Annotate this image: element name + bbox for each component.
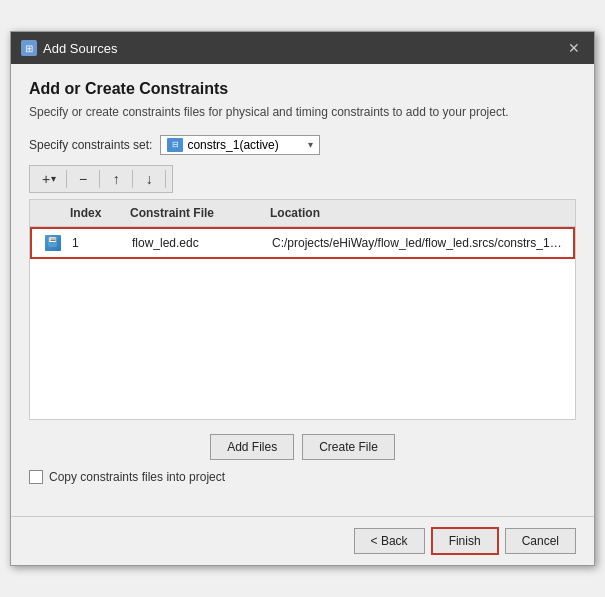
toolbar-separator-4 bbox=[165, 170, 166, 188]
copy-constraints-checkbox[interactable] bbox=[29, 470, 43, 484]
row-icon-cell bbox=[38, 233, 68, 253]
toolbar-separator-2 bbox=[99, 170, 100, 188]
add-files-button[interactable]: Add Files bbox=[210, 434, 294, 460]
col-header-index: Index bbox=[66, 204, 126, 222]
row-constraint-file: flow_led.edc bbox=[128, 234, 268, 252]
dropdown-arrow-icon: ▾ bbox=[308, 139, 313, 150]
move-up-button[interactable]: ↑ bbox=[102, 168, 130, 190]
title-bar: ⊞ Add Sources ✕ bbox=[11, 32, 594, 64]
constraints-set-row: Specify constraints set: ⊟ constrs_1(act… bbox=[29, 135, 576, 155]
copy-constraints-row: Copy constraints files into project bbox=[29, 470, 576, 484]
dialog-body: Add or Create Constraints Specify or cre… bbox=[11, 64, 594, 516]
table-row[interactable]: 1 flow_led.edc C:/projects/eHiWay/flow_l… bbox=[30, 227, 575, 259]
bottom-buttons-row: Add Files Create File bbox=[29, 434, 576, 460]
add-plus-icon: + bbox=[42, 171, 50, 187]
add-dropdown-icon: ▾ bbox=[51, 173, 56, 184]
create-file-button[interactable]: Create File bbox=[302, 434, 395, 460]
section-description: Specify or create constraints files for … bbox=[29, 104, 576, 121]
constraints-table: Index Constraint File Location bbox=[29, 199, 576, 420]
up-arrow-icon: ↑ bbox=[113, 171, 120, 187]
section-title: Add or Create Constraints bbox=[29, 80, 576, 98]
col-header-constraint-file: Constraint File bbox=[126, 204, 266, 222]
constraints-set-label: Specify constraints set: bbox=[29, 138, 152, 152]
down-arrow-icon: ↓ bbox=[146, 171, 153, 187]
toolbar-separator-1 bbox=[66, 170, 67, 188]
col-header-location: Location bbox=[266, 204, 569, 222]
constraints-set-value: constrs_1(active) bbox=[187, 138, 278, 152]
close-button[interactable]: ✕ bbox=[564, 38, 584, 58]
dialog-footer: < Back Finish Cancel bbox=[11, 516, 594, 565]
dialog-window: ⊞ Add Sources ✕ Add or Create Constraint… bbox=[10, 31, 595, 566]
toolbar-separator-3 bbox=[132, 170, 133, 188]
add-button[interactable]: + ▾ bbox=[34, 168, 64, 190]
dialog-title: Add Sources bbox=[43, 41, 117, 56]
copy-constraints-label: Copy constraints files into project bbox=[49, 470, 225, 484]
col-header-icon bbox=[36, 204, 66, 222]
move-down-button[interactable]: ↓ bbox=[135, 168, 163, 190]
toolbar: + ▾ − ↑ ↓ bbox=[29, 165, 173, 193]
remove-button[interactable]: − bbox=[69, 168, 97, 190]
finish-button[interactable]: Finish bbox=[431, 527, 499, 555]
empty-rows bbox=[30, 259, 575, 419]
constraint-file-icon bbox=[45, 235, 61, 251]
row-location: C:/projects/eHiWay/flow_led/flow_led.src… bbox=[268, 234, 567, 252]
row-index: 1 bbox=[68, 234, 128, 252]
db-icon: ⊟ bbox=[167, 138, 183, 152]
remove-icon: − bbox=[79, 171, 87, 187]
table-header: Index Constraint File Location bbox=[30, 200, 575, 227]
dialog-icon: ⊞ bbox=[21, 40, 37, 56]
back-button[interactable]: < Back bbox=[354, 528, 425, 554]
constraints-set-dropdown[interactable]: ⊟ constrs_1(active) ▾ bbox=[160, 135, 320, 155]
cancel-button[interactable]: Cancel bbox=[505, 528, 576, 554]
svg-rect-1 bbox=[49, 242, 56, 246]
